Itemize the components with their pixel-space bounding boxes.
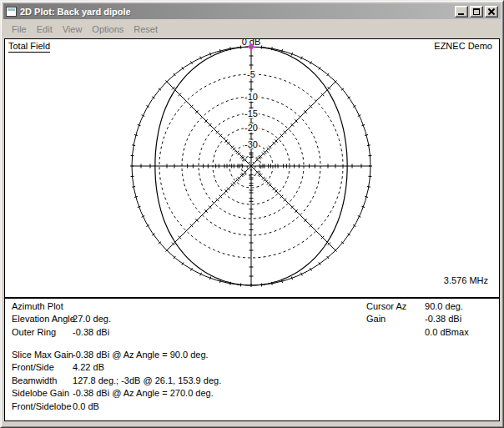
maximize-button[interactable] [470, 6, 483, 18]
menu-edit[interactable]: Edit [32, 23, 58, 36]
info-divider [5, 297, 499, 299]
outer-ring-value: -0.38 dBi [73, 327, 109, 337]
close-button[interactable] [485, 6, 498, 18]
info-row: Outer Ring -0.38 dBi [12, 327, 111, 340]
radial-line [167, 166, 251, 250]
app-window: 2D Plot: Back yard dipole File Edit View… [0, 0, 504, 428]
info-row: Cursor Az 90.0 deg. [366, 301, 469, 314]
beamwidth-label: Beamwidth [12, 375, 70, 385]
outer-ring-label: Outer Ring [12, 327, 70, 337]
cursor-marker-center [250, 46, 253, 48]
menu-file[interactable]: File [7, 23, 32, 36]
info-row: Gain -0.38 dBi [366, 314, 469, 326]
cursor-gain-value: -0.38 dBi [425, 314, 461, 324]
elevation-angle-value: 27.0 deg. [73, 314, 111, 324]
info-row: Elevation Angle 27.0 deg. [12, 314, 111, 326]
cursor-dbmax-value: 0.0 dBmax [425, 327, 469, 337]
elevation-angle-label: Elevation Angle [12, 314, 70, 324]
ring-label: -20 [244, 123, 258, 133]
ring-label: -30 [244, 139, 258, 149]
plot-type-label: Azimuth Plot [12, 301, 70, 311]
stat-row: Sidelobe Gain -0.38 dBi @ Az Angle = 270… [12, 388, 221, 400]
radial-line [251, 82, 335, 166]
window-controls [455, 6, 498, 18]
radial-line [251, 166, 335, 250]
cursor-gain-label: Gain [366, 314, 422, 324]
minimize-button[interactable] [455, 6, 468, 18]
title-bar[interactable]: 2D Plot: Back yard dipole [3, 3, 501, 19]
stat-row: Front/Side 4.22 dB [12, 362, 221, 375]
cursor-az-value: 90.0 deg. [425, 301, 463, 311]
front-side-label: Front/Side [12, 362, 70, 372]
front-sidelobe-value: 0.0 dB [73, 401, 99, 411]
radial-line [167, 82, 251, 166]
menu-options[interactable]: Options [87, 23, 129, 36]
slice-max-gain-value: -0.38 dBi @ Az Angle = 90.0 deg. [73, 350, 209, 360]
stat-row: Slice Max Gain -0.38 dBi @ Az Angle = 90… [12, 350, 221, 362]
minimize-icon [458, 13, 464, 15]
info-right-block: Cursor Az 90.0 deg. Gain -0.38 dBi 0.0 d… [366, 301, 469, 340]
field-type-label: Total Field [8, 41, 50, 53]
menu-view[interactable]: View [58, 23, 88, 36]
beamwidth-value: 127.8 deg.; -3dB @ 26.1, 153.9 deg. [73, 375, 221, 385]
info-left-block: Azimuth Plot Elevation Angle 27.0 deg. O… [12, 301, 111, 340]
ring-label: -5 [247, 69, 255, 79]
stat-row: Front/Sidelobe 0.0 dB [12, 401, 221, 414]
frequency-label: 3.576 MHz [444, 275, 488, 285]
ring-label: -15 [244, 108, 258, 118]
app-icon [6, 7, 17, 17]
sidelobe-gain-value: -0.38 dBi @ Az Angle = 270.0 deg. [73, 388, 214, 398]
plot-area: 0 dB-5-10-15-20-30 Total Field EZNEC Dem… [4, 38, 500, 421]
stats-block: Slice Max Gain -0.38 dBi @ Az Angle = 90… [12, 350, 221, 414]
menu-reset[interactable]: Reset [129, 23, 163, 36]
maximize-icon [473, 8, 480, 15]
sidelobe-gain-label: Sidelobe Gain [12, 388, 70, 398]
info-row: 0.0 dBmax [366, 327, 469, 340]
info-row: Azimuth Plot [12, 301, 111, 314]
eznec-demo-label: EZNEC Demo [434, 41, 492, 51]
stat-row: Beamwidth 127.8 deg.; -3dB @ 26.1, 153.9… [12, 375, 221, 388]
cursor-az-label: Cursor Az [366, 301, 422, 311]
ring-label: -10 [244, 92, 258, 102]
slice-max-gain-label: Slice Max Gain [12, 350, 70, 360]
front-sidelobe-label: Front/Sidelobe [12, 401, 70, 411]
window-title: 2D Plot: Back yard dipole [20, 7, 455, 17]
front-side-value: 4.22 dB [73, 362, 104, 372]
menu-bar: File Edit View Options Reset [4, 21, 500, 38]
